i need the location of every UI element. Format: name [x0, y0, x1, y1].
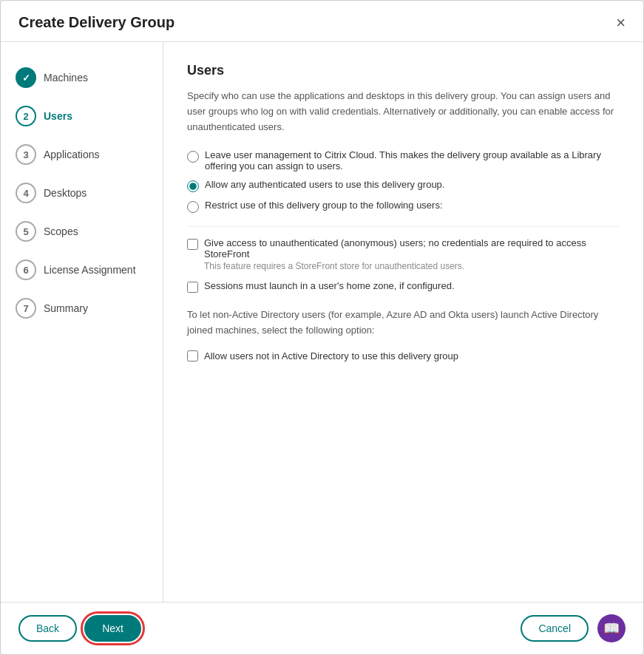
sidebar-item-desktops[interactable]: 4 Desktops — [1, 175, 163, 211]
step-circle-applications: 3 — [16, 144, 36, 165]
cancel-button[interactable]: Cancel — [521, 615, 589, 642]
sidebar-item-summary[interactable]: 7 Summary — [1, 291, 163, 326]
checkbox-home-zone[interactable]: Sessions must launch in a user's home zo… — [187, 280, 620, 293]
checkbox-home-zone-label: Sessions must launch in a user's home zo… — [204, 280, 455, 291]
step-label-desktops: Desktops — [44, 187, 87, 199]
create-delivery-group-dialog: Create Delivery Group × ✓ Machines 2 Use… — [0, 0, 644, 655]
step-circle-users: 2 — [16, 106, 36, 126]
main-content: Users Specify who can use the applicatio… — [163, 42, 643, 602]
checkbox-non-ad-users[interactable]: Allow users not in Active Directory to u… — [187, 350, 620, 362]
sidebar-item-scopes[interactable]: 5 Scopes — [1, 214, 163, 249]
step-label-scopes: Scopes — [44, 225, 78, 237]
divider — [187, 226, 620, 227]
radio-citrix-cloud-input[interactable] — [187, 151, 199, 163]
section-title: Users — [187, 63, 620, 78]
non-ad-info-text: To let non-Active Directory users (for e… — [187, 308, 620, 339]
dialog-header: Create Delivery Group × — [1, 1, 643, 42]
help-button[interactable]: 📖 — [597, 614, 626, 642]
step-label-users: Users — [44, 110, 72, 122]
checkbox-unauthenticated-content: Give access to unauthenticated (anonymou… — [204, 237, 620, 271]
checkbox-non-ad-users-label: Allow users not in Active Directory to u… — [204, 350, 458, 362]
step-label-applications: Applications — [44, 149, 100, 160]
next-button[interactable]: Next — [84, 615, 141, 642]
checkbox-unauthenticated-note: This feature requires a StoreFront store… — [204, 261, 620, 271]
sidebar: ✓ Machines 2 Users 3 Applications 4 Desk… — [1, 42, 163, 602]
sidebar-item-license-assignment[interactable]: 6 License Assignment — [1, 252, 163, 288]
footer-right: Cancel 📖 — [521, 614, 626, 642]
checkbox-unauthenticated-label: Give access to unauthenticated (anonymou… — [204, 237, 620, 259]
step-label-license-assignment: License Assignment — [44, 264, 136, 276]
radio-authenticated-users-label: Allow any authenticated users to use thi… — [205, 179, 444, 190]
dialog-title: Create Delivery Group — [18, 14, 174, 31]
radio-citrix-cloud-label: Leave user management to Citrix Cloud. T… — [205, 149, 620, 172]
back-button[interactable]: Back — [18, 615, 77, 642]
dialog-footer: Back Next Cancel 📖 — [1, 602, 643, 654]
step-circle-summary: 7 — [16, 298, 36, 319]
checkbox-unauthenticated[interactable]: Give access to unauthenticated (anonymou… — [187, 237, 620, 271]
sidebar-item-users[interactable]: 2 Users — [1, 98, 163, 134]
radio-restrict-users[interactable]: Restrict use of this delivery group to t… — [187, 200, 620, 213]
sidebar-item-applications[interactable]: 3 Applications — [1, 137, 163, 172]
radio-restrict-users-label: Restrict use of this delivery group to t… — [205, 200, 443, 211]
step-circle-scopes: 5 — [16, 221, 36, 242]
step-label-summary: Summary — [44, 302, 88, 314]
radio-restrict-users-input[interactable] — [187, 201, 199, 213]
step-label-machines: Machines — [44, 72, 88, 84]
close-button[interactable]: × — [616, 15, 626, 31]
checkbox-unauthenticated-input[interactable] — [187, 239, 198, 250]
checkbox-home-zone-input[interactable] — [187, 282, 198, 293]
sidebar-item-machines[interactable]: ✓ Machines — [1, 60, 163, 95]
footer-left: Back Next — [18, 615, 141, 642]
checkbox-non-ad-users-input[interactable] — [187, 350, 198, 362]
step-circle-desktops: 4 — [16, 183, 36, 203]
radio-citrix-cloud[interactable]: Leave user management to Citrix Cloud. T… — [187, 149, 620, 172]
options-checkbox-group: Give access to unauthenticated (anonymou… — [187, 237, 620, 293]
step-circle-machines: ✓ — [16, 67, 36, 88]
users-description: Specify who can use the applications and… — [187, 89, 620, 135]
radio-authenticated-users-input[interactable] — [187, 180, 199, 192]
step-circle-license-assignment: 6 — [16, 259, 36, 280]
help-icon: 📖 — [603, 620, 620, 637]
dialog-body: ✓ Machines 2 Users 3 Applications 4 Desk… — [1, 42, 643, 602]
radio-authenticated-users[interactable]: Allow any authenticated users to use thi… — [187, 179, 620, 192]
user-access-radio-group: Leave user management to Citrix Cloud. T… — [187, 149, 620, 213]
